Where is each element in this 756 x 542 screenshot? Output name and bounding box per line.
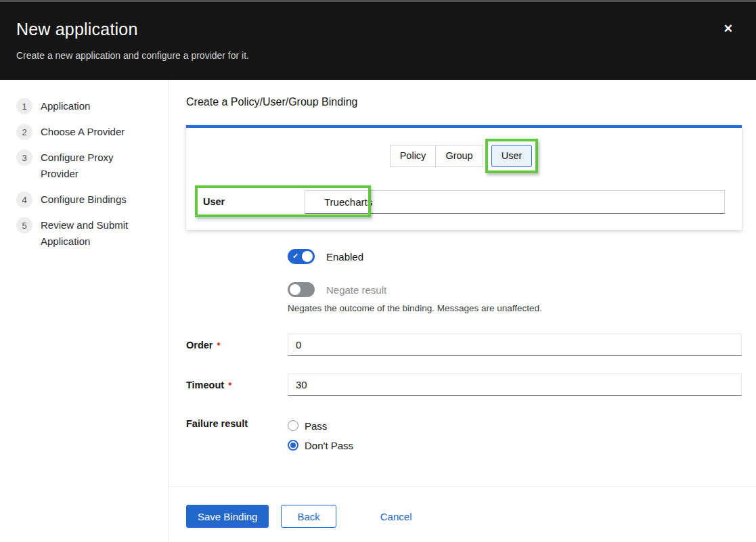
footer-buttons: Save Binding Back Cancel bbox=[186, 505, 742, 528]
order-input[interactable] bbox=[288, 334, 742, 356]
page-title: New application bbox=[16, 20, 740, 39]
radio-unchecked-icon[interactable] bbox=[288, 420, 298, 431]
check-icon: ✓ bbox=[292, 252, 298, 261]
toggle-knob bbox=[302, 251, 313, 262]
timeout-field-row: Timeout* bbox=[186, 374, 742, 396]
footer-divider bbox=[169, 487, 756, 487]
step-number-badge: 2 bbox=[16, 124, 32, 140]
failure-result-options: Pass Don't Pass bbox=[288, 418, 353, 453]
user-select[interactable]: Truecharts bbox=[305, 190, 725, 214]
radio-label-pass: Pass bbox=[305, 420, 327, 432]
order-label-text: Order bbox=[186, 340, 213, 351]
wizard-sidebar: 1 Application 2 Choose A Provider 3 Conf… bbox=[0, 80, 169, 542]
page-subtitle: Create a new application and configure a… bbox=[16, 50, 740, 61]
sidebar-item-choose-provider[interactable]: 2 Choose A Provider bbox=[16, 124, 168, 140]
enabled-label: Enabled bbox=[326, 251, 363, 263]
modal-header: New application Create a new application… bbox=[0, 2, 756, 80]
toggle-knob bbox=[290, 284, 301, 295]
order-field-row: Order* bbox=[186, 334, 742, 356]
radio-checked-icon[interactable] bbox=[288, 440, 298, 451]
step-label: Review and Submit Application bbox=[41, 217, 142, 250]
failure-result-row: Failure result Pass Don't Pass bbox=[186, 418, 742, 453]
timeout-input[interactable] bbox=[288, 374, 742, 396]
step-number-badge: 4 bbox=[16, 191, 32, 208]
sidebar-item-configure-bindings[interactable]: 4 Configure Bindings bbox=[16, 191, 168, 208]
user-select-value: Truecharts bbox=[324, 196, 372, 208]
negate-result-toggle[interactable] bbox=[288, 282, 315, 297]
binding-target-card: Policy Group User User Truecharts bbox=[186, 125, 742, 230]
step-number-badge: 5 bbox=[16, 217, 32, 233]
tab-group[interactable]: Group bbox=[436, 145, 483, 167]
step-label: Configure Bindings bbox=[41, 191, 127, 208]
step-label: Application bbox=[41, 98, 90, 114]
user-field-label: User bbox=[203, 190, 305, 214]
timeout-label-text: Timeout bbox=[186, 380, 224, 390]
form-heading: Create a Policy/User/Group Binding bbox=[186, 96, 742, 108]
step-number-badge: 3 bbox=[16, 150, 32, 166]
radio-option-dont-pass[interactable]: Don't Pass bbox=[288, 438, 353, 453]
required-asterisk: * bbox=[217, 340, 221, 351]
step-label: Configure Proxy Provider bbox=[41, 150, 142, 182]
step-number-badge: 1 bbox=[16, 98, 32, 114]
cancel-button[interactable]: Cancel bbox=[380, 505, 412, 528]
save-binding-button[interactable]: Save Binding bbox=[186, 505, 269, 528]
sidebar-item-configure-proxy-provider[interactable]: 3 Configure Proxy Provider bbox=[16, 150, 168, 182]
radio-label-dont-pass: Don't Pass bbox=[305, 440, 353, 451]
enabled-toggle[interactable]: ✓ bbox=[288, 249, 315, 264]
back-button[interactable]: Back bbox=[281, 505, 336, 528]
tab-policy[interactable]: Policy bbox=[390, 145, 437, 167]
user-field-row: User Truecharts bbox=[203, 190, 725, 214]
enabled-switch-row: ✓ Enabled bbox=[288, 249, 742, 264]
binding-form-panel: Create a Policy/User/Group Binding Polic… bbox=[169, 80, 756, 542]
negate-switch-row: Negate result bbox=[288, 282, 742, 297]
required-asterisk: * bbox=[228, 380, 231, 390]
highlight-box-user-tab: User bbox=[485, 139, 539, 173]
failure-result-label: Failure result bbox=[186, 418, 288, 429]
sidebar-item-application[interactable]: 1 Application bbox=[16, 98, 168, 114]
binding-type-tabs: Policy Group User bbox=[203, 137, 725, 174]
step-label: Choose A Provider bbox=[41, 124, 125, 140]
modal-body: 1 Application 2 Choose A Provider 3 Conf… bbox=[0, 80, 756, 542]
negate-result-label: Negate result bbox=[326, 284, 386, 296]
radio-option-pass[interactable]: Pass bbox=[288, 418, 353, 433]
negate-help-text: Negates the outcome of the binding. Mess… bbox=[288, 303, 742, 313]
close-icon[interactable]: ✕ bbox=[724, 23, 733, 35]
timeout-label: Timeout* bbox=[186, 380, 288, 390]
tab-user[interactable]: User bbox=[491, 145, 533, 167]
order-label: Order* bbox=[186, 340, 288, 351]
sidebar-item-review-and-submit[interactable]: 5 Review and Submit Application bbox=[16, 217, 168, 250]
